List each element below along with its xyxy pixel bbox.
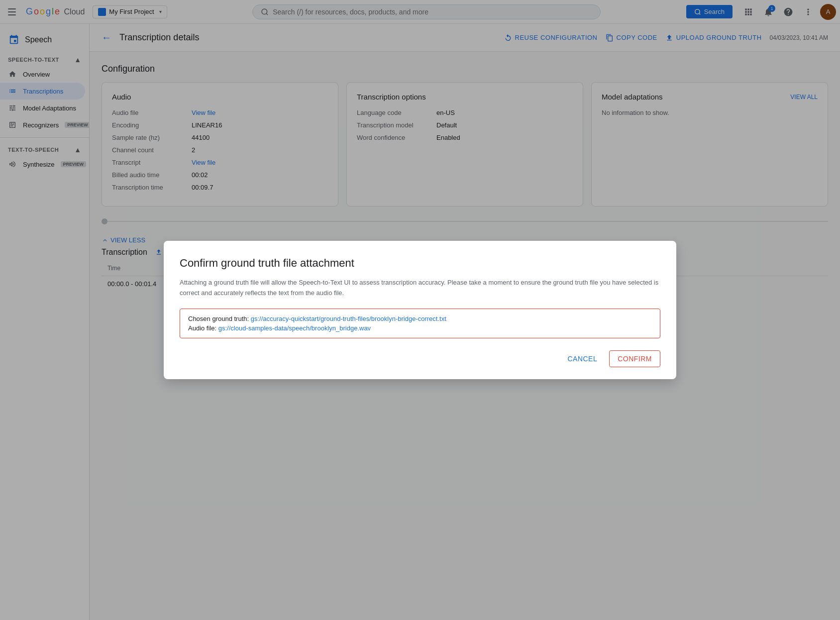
dialog-overlay: Confirm ground truth file attachment Att…	[0, 0, 840, 620]
ground-truth-label: Chosen ground truth:	[188, 315, 249, 322]
audio-file-dialog-label: Audio file:	[188, 324, 216, 332]
confirm-button[interactable]: CONFIRM	[609, 350, 660, 367]
dialog-actions: CANCEL CONFIRM	[180, 350, 660, 367]
confirm-dialog: Confirm ground truth file attachment Att…	[164, 241, 676, 379]
ground-truth-file-row: Chosen ground truth: gs://accuracy-quick…	[188, 315, 652, 322]
audio-file-row: Audio file: gs://cloud-samples-data/spee…	[188, 324, 652, 332]
dialog-body: Attaching a ground truth file will allow…	[180, 278, 660, 299]
audio-file-dialog-value: gs://cloud-samples-data/speech/brooklyn_…	[218, 324, 371, 332]
dialog-title: Confirm ground truth file attachment	[180, 257, 660, 270]
dialog-file-box: Chosen ground truth: gs://accuracy-quick…	[180, 309, 660, 338]
cancel-button[interactable]: CANCEL	[559, 351, 605, 367]
ground-truth-value: gs://accuracy-quickstart/ground-truth-fi…	[251, 315, 446, 322]
